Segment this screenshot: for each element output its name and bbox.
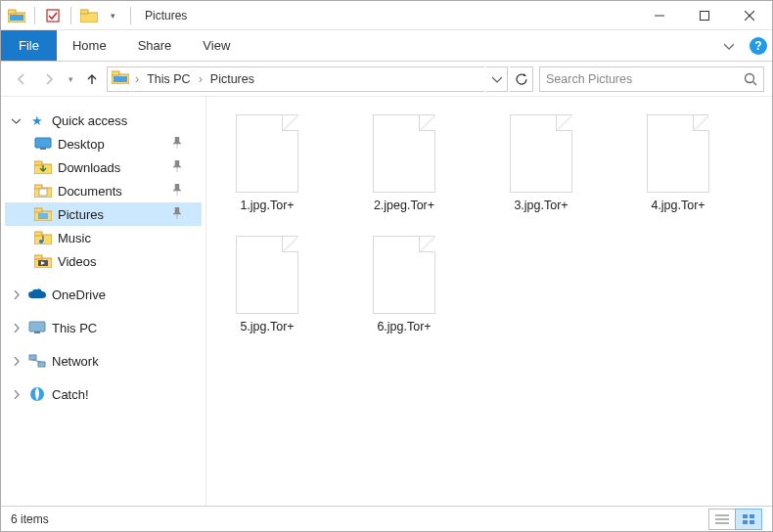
file-item[interactable]: 3.jpg.Tor+ bbox=[492, 114, 590, 212]
expand-ribbon-icon[interactable] bbox=[713, 30, 745, 61]
svg-rect-26 bbox=[34, 232, 42, 236]
file-item[interactable]: 4.jpg.Tor+ bbox=[629, 114, 727, 212]
file-item[interactable]: 6.jpg.Tor+ bbox=[355, 236, 453, 333]
pin-icon bbox=[172, 184, 182, 198]
file-tab[interactable]: File bbox=[1, 30, 57, 61]
sidebar-item-videos[interactable]: Videos bbox=[5, 249, 202, 273]
svg-rect-12 bbox=[114, 76, 127, 82]
svg-rect-20 bbox=[34, 185, 42, 189]
details-view-button[interactable] bbox=[708, 509, 736, 530]
svg-rect-5 bbox=[80, 10, 88, 14]
crumb-pictures[interactable]: Pictures bbox=[208, 72, 256, 86]
file-icon bbox=[373, 114, 435, 193]
item-count: 6 items bbox=[11, 512, 49, 526]
refresh-button[interactable] bbox=[510, 66, 533, 92]
svg-rect-11 bbox=[112, 71, 119, 75]
file-item[interactable]: 2.jpeg.Tor+ bbox=[355, 114, 453, 212]
ribbon: File Home Share View ? bbox=[1, 30, 772, 62]
maximize-button[interactable] bbox=[682, 1, 727, 30]
tree-label: Pictures bbox=[58, 207, 104, 222]
forward-button[interactable] bbox=[36, 66, 62, 92]
file-icon bbox=[236, 236, 298, 314]
tree-label: Catch! bbox=[52, 387, 89, 402]
file-item[interactable]: 1.jpg.Tor+ bbox=[218, 114, 316, 212]
status-bar: 6 items bbox=[1, 506, 772, 531]
tab-share[interactable]: Share bbox=[122, 30, 188, 61]
svg-rect-35 bbox=[38, 362, 45, 367]
file-icon bbox=[236, 114, 298, 193]
tree-network[interactable]: Network bbox=[5, 349, 202, 373]
tree-onedrive[interactable]: OneDrive bbox=[5, 283, 202, 306]
chevron-right-icon[interactable]: › bbox=[199, 72, 203, 86]
file-icon bbox=[647, 114, 709, 193]
svg-rect-23 bbox=[34, 208, 42, 212]
svg-rect-1 bbox=[8, 10, 16, 14]
pc-icon bbox=[112, 70, 129, 87]
window-title: Pictures bbox=[141, 9, 187, 22]
svg-rect-42 bbox=[750, 514, 754, 518]
back-button[interactable] bbox=[9, 66, 34, 92]
search-input[interactable] bbox=[540, 72, 738, 86]
properties-icon[interactable] bbox=[43, 6, 63, 25]
help-button[interactable]: ? bbox=[745, 30, 772, 61]
qat-dropdown-icon[interactable]: ▾ bbox=[103, 6, 122, 25]
file-name: 2.jpeg.Tor+ bbox=[374, 199, 434, 212]
sidebar-item-music[interactable]: Music bbox=[5, 226, 202, 249]
expand-icon[interactable] bbox=[9, 357, 23, 366]
svg-rect-7 bbox=[701, 11, 709, 20]
documents-icon bbox=[34, 182, 52, 200]
search-box[interactable] bbox=[539, 66, 764, 92]
tree-label: Network bbox=[52, 354, 99, 369]
tree-quick-access[interactable]: ★ Quick access bbox=[5, 109, 202, 132]
svg-rect-32 bbox=[29, 322, 45, 332]
pin-icon bbox=[172, 137, 182, 151]
tree-thispc[interactable]: This PC bbox=[5, 316, 202, 339]
up-button[interactable] bbox=[79, 66, 105, 92]
sidebar-item-desktop[interactable]: Desktop bbox=[5, 132, 202, 155]
svg-rect-15 bbox=[35, 138, 51, 148]
address-bar: ▾ › This PC › Pictures bbox=[1, 62, 772, 97]
file-item[interactable]: 5.jpg.Tor+ bbox=[218, 236, 316, 333]
tab-view[interactable]: View bbox=[187, 30, 246, 61]
tree-label: Documents bbox=[58, 184, 122, 199]
recent-dropdown-icon[interactable]: ▾ bbox=[64, 66, 77, 92]
desktop-icon bbox=[34, 135, 52, 153]
search-icon[interactable] bbox=[738, 72, 763, 86]
folder-icon[interactable] bbox=[79, 6, 99, 25]
svg-rect-16 bbox=[40, 148, 46, 150]
quick-access-toolbar: ▾ bbox=[1, 6, 141, 25]
sidebar-item-downloads[interactable]: Downloads bbox=[5, 155, 202, 179]
expand-icon[interactable] bbox=[9, 290, 23, 299]
minimize-button[interactable] bbox=[637, 1, 682, 30]
expand-icon[interactable] bbox=[9, 390, 23, 399]
network-icon bbox=[28, 352, 46, 370]
breadcrumb[interactable]: › This PC › Pictures bbox=[107, 66, 484, 92]
svg-rect-2 bbox=[10, 15, 23, 21]
tree-catch[interactable]: Catch! bbox=[5, 382, 202, 406]
sidebar-item-pictures[interactable]: Pictures bbox=[5, 202, 202, 226]
svg-rect-21 bbox=[39, 189, 47, 196]
collapse-icon[interactable] bbox=[9, 116, 23, 125]
star-icon: ★ bbox=[28, 111, 46, 129]
svg-rect-44 bbox=[750, 520, 754, 524]
svg-rect-43 bbox=[743, 520, 748, 524]
tree-label: Quick access bbox=[52, 113, 127, 128]
svg-rect-33 bbox=[34, 332, 40, 333]
chevron-right-icon[interactable]: › bbox=[135, 72, 139, 86]
onedrive-icon bbox=[28, 286, 46, 303]
tab-home[interactable]: Home bbox=[57, 30, 122, 61]
file-name: 3.jpg.Tor+ bbox=[514, 199, 568, 212]
sidebar-item-documents[interactable]: Documents bbox=[5, 179, 202, 202]
file-list[interactable]: 1.jpg.Tor+2.jpeg.Tor+3.jpg.Tor+4.jpg.Tor… bbox=[206, 97, 772, 506]
titlebar: ▾ Pictures bbox=[1, 1, 772, 30]
catch-icon bbox=[28, 385, 46, 403]
pin-icon bbox=[172, 207, 182, 221]
expand-icon[interactable] bbox=[9, 324, 23, 332]
videos-icon bbox=[34, 252, 52, 270]
icons-view-button[interactable] bbox=[735, 509, 762, 530]
close-button[interactable] bbox=[727, 1, 772, 30]
crumb-thispc[interactable]: This PC bbox=[145, 72, 192, 86]
svg-rect-24 bbox=[38, 213, 48, 219]
address-dropdown-icon[interactable] bbox=[486, 66, 508, 92]
tree-label: Music bbox=[58, 231, 91, 245]
